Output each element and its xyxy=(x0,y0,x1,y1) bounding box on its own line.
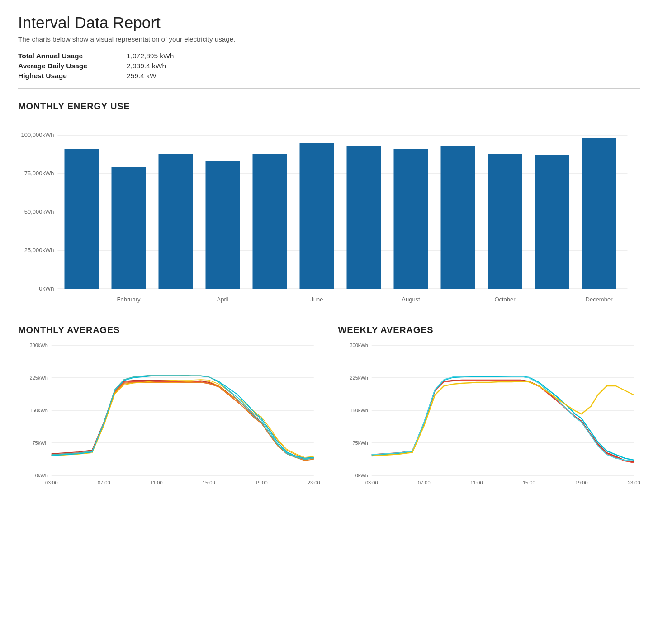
svg-text:75kWh: 75kWh xyxy=(352,440,368,446)
svg-text:25,000kWh: 25,000kWh xyxy=(24,247,54,254)
stats-value-total: 1,072,895 kWh xyxy=(127,52,174,60)
svg-text:03:00: 03:00 xyxy=(365,480,378,485)
monthly-averages-svg: 300kWh 225kWh 150kWh 75kWh 0kWh 03:00 07… xyxy=(18,341,320,494)
weekly-averages-title: WEEKLY AVERAGES xyxy=(338,325,640,335)
line-monthly-3 xyxy=(52,382,314,461)
svg-text:150kWh: 150kWh xyxy=(350,408,368,413)
svg-text:03:00: 03:00 xyxy=(45,480,58,485)
divider xyxy=(18,88,640,89)
svg-text:23:00: 23:00 xyxy=(308,480,320,485)
bar-aug xyxy=(394,149,428,289)
weekly-averages-section: WEEKLY AVERAGES 300kWh 225kWh 150kWh 75k… xyxy=(338,325,640,494)
stats-row-avg: Average Daily Usage 2,939.4 kWh xyxy=(18,62,640,70)
stats-label-highest: Highest Usage xyxy=(18,72,127,80)
svg-text:11:00: 11:00 xyxy=(150,480,163,485)
x-label-feb: February xyxy=(117,296,141,303)
line-weekly-5 xyxy=(371,381,634,456)
svg-text:19:00: 19:00 xyxy=(255,480,268,485)
svg-text:75,000kWh: 75,000kWh xyxy=(24,170,54,177)
weekly-averages-chart: 300kWh 225kWh 150kWh 75kWh 0kWh 03:00 07… xyxy=(338,341,640,494)
x-label-aug: August xyxy=(402,296,420,303)
bar-feb xyxy=(112,167,146,289)
svg-text:100,000kWh: 100,000kWh xyxy=(21,132,54,138)
stats-table: Total Annual Usage 1,072,895 kWh Average… xyxy=(18,52,640,80)
page-title: Interval Data Report xyxy=(18,14,640,32)
line-monthly-7 xyxy=(52,376,314,459)
svg-text:225kWh: 225kWh xyxy=(29,375,47,381)
line-monthly-5 xyxy=(52,380,314,457)
svg-text:300kWh: 300kWh xyxy=(29,343,47,348)
svg-text:07:00: 07:00 xyxy=(417,480,430,485)
x-label-oct: October xyxy=(494,296,516,303)
stats-row-highest: Highest Usage 259.4 kW xyxy=(18,72,640,80)
svg-text:50,000kWh: 50,000kWh xyxy=(24,208,54,215)
stats-row-total: Total Annual Usage 1,072,895 kWh xyxy=(18,52,640,60)
monthly-averages-chart: 300kWh 225kWh 150kWh 75kWh 0kWh 03:00 07… xyxy=(18,341,320,494)
bar-oct xyxy=(488,154,522,289)
stats-label-avg: Average Daily Usage xyxy=(18,62,127,70)
bar-jul xyxy=(347,146,381,289)
bar-dec xyxy=(582,138,616,289)
line-weekly-1 xyxy=(371,380,634,462)
svg-text:300kWh: 300kWh xyxy=(350,343,368,348)
line-weekly-3 xyxy=(371,376,634,460)
monthly-energy-title: MONTHLY ENERGY USE xyxy=(18,101,640,112)
x-label-jun: June xyxy=(310,296,323,303)
monthly-energy-chart: 100,000kWh 75,000kWh 50,000kWh 25,000kWh… xyxy=(18,117,640,307)
bar-nov xyxy=(535,155,569,289)
svg-text:07:00: 07:00 xyxy=(98,480,110,485)
bar-mar xyxy=(159,154,193,289)
line-monthly-8 xyxy=(52,375,314,460)
x-label-dec: December xyxy=(586,296,613,303)
bar-apr xyxy=(206,161,240,289)
line-monthly-4 xyxy=(52,381,314,458)
svg-text:19:00: 19:00 xyxy=(575,480,587,485)
svg-text:0kWh: 0kWh xyxy=(35,473,48,478)
line-weekly-4 xyxy=(371,376,634,461)
bottom-charts: MONTHLY AVERAGES 300kWh 225kWh 150kWh 75… xyxy=(18,325,640,494)
svg-text:75kWh: 75kWh xyxy=(33,440,48,446)
bar-sep xyxy=(441,146,475,289)
bar-jun xyxy=(300,143,334,289)
stats-value-avg: 2,939.4 kWh xyxy=(127,62,166,70)
svg-text:23:00: 23:00 xyxy=(627,480,640,485)
line-weekly-2 xyxy=(371,381,634,463)
stats-value-highest: 259.4 kW xyxy=(127,72,156,80)
svg-text:150kWh: 150kWh xyxy=(29,408,47,413)
svg-text:11:00: 11:00 xyxy=(470,480,483,485)
page-subtitle: The charts below show a visual represent… xyxy=(18,35,640,43)
svg-text:225kWh: 225kWh xyxy=(350,375,368,381)
line-monthly-2 xyxy=(52,381,314,459)
stats-label-total: Total Annual Usage xyxy=(18,52,127,60)
line-monthly-6 xyxy=(52,376,314,458)
svg-text:15:00: 15:00 xyxy=(522,480,535,485)
bar-chart-svg: 100,000kWh 75,000kWh 50,000kWh 25,000kWh… xyxy=(18,117,640,307)
monthly-averages-section: MONTHLY AVERAGES 300kWh 225kWh 150kWh 75… xyxy=(18,325,320,494)
x-label-apr: April xyxy=(217,296,228,303)
weekly-averages-svg: 300kWh 225kWh 150kWh 75kWh 0kWh 03:00 07… xyxy=(338,341,640,494)
svg-text:0kWh: 0kWh xyxy=(39,285,54,292)
monthly-energy-section: MONTHLY ENERGY USE 100,000kWh 75,000kWh … xyxy=(18,101,640,307)
svg-text:15:00: 15:00 xyxy=(203,480,215,485)
monthly-averages-title: MONTHLY AVERAGES xyxy=(18,325,320,335)
svg-text:0kWh: 0kWh xyxy=(355,473,368,478)
bar-may xyxy=(253,154,287,289)
bar-jan xyxy=(65,149,99,289)
line-monthly-1 xyxy=(52,381,314,458)
